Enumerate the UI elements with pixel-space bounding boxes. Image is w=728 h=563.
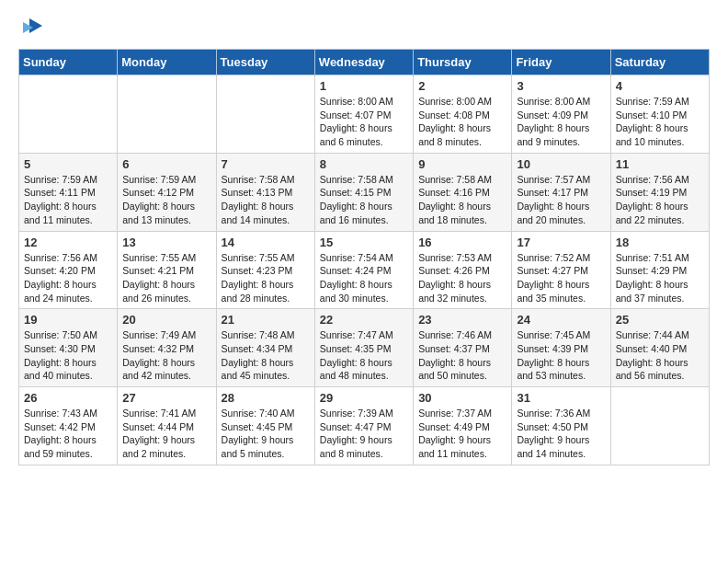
calendar-cell: 12Sunrise: 7:56 AM Sunset: 4:20 PM Dayli…: [19, 231, 118, 309]
weekday-header-friday: Friday: [512, 50, 610, 75]
calendar-cell: 20Sunrise: 7:49 AM Sunset: 4:32 PM Dayli…: [118, 309, 216, 387]
day-info: Sunrise: 7:54 AM Sunset: 4:24 PM Dayligh…: [320, 251, 408, 305]
calendar-cell: 18Sunrise: 7:51 AM Sunset: 4:29 PM Dayli…: [610, 231, 709, 309]
day-number: 11: [616, 157, 704, 171]
day-info: Sunrise: 7:41 AM Sunset: 4:44 PM Dayligh…: [122, 407, 210, 461]
day-number: 28: [222, 391, 310, 405]
calendar-cell: 14Sunrise: 7:55 AM Sunset: 4:23 PM Dayli…: [216, 231, 314, 309]
day-number: 7: [222, 157, 310, 171]
day-number: 1: [320, 79, 408, 93]
day-number: 12: [24, 236, 112, 249]
day-number: 30: [418, 391, 506, 405]
calendar-cell: 15Sunrise: 7:54 AM Sunset: 4:24 PM Dayli…: [314, 231, 413, 309]
day-info: Sunrise: 7:48 AM Sunset: 4:34 PM Dayligh…: [222, 328, 310, 383]
day-info: Sunrise: 8:00 AM Sunset: 4:07 PM Dayligh…: [320, 95, 408, 149]
calendar-cell: 17Sunrise: 7:52 AM Sunset: 4:27 PM Dayli…: [512, 231, 610, 309]
day-info: Sunrise: 7:57 AM Sunset: 4:17 PM Dayligh…: [517, 173, 605, 227]
day-info: Sunrise: 7:53 AM Sunset: 4:26 PM Dayligh…: [418, 251, 506, 305]
day-info: Sunrise: 8:00 AM Sunset: 4:08 PM Dayligh…: [418, 95, 506, 149]
day-info: Sunrise: 7:39 AM Sunset: 4:47 PM Dayligh…: [320, 407, 408, 461]
calendar-cell: 8Sunrise: 7:58 AM Sunset: 4:15 PM Daylig…: [314, 153, 413, 231]
calendar-week-5: 26Sunrise: 7:43 AM Sunset: 4:42 PM Dayli…: [19, 387, 710, 465]
calendar-week-3: 12Sunrise: 7:56 AM Sunset: 4:20 PM Dayli…: [19, 231, 710, 309]
day-number: 3: [517, 79, 605, 93]
day-number: 20: [122, 313, 210, 327]
day-number: 16: [418, 236, 506, 249]
weekday-header-wednesday: Wednesday: [314, 50, 413, 75]
day-info: Sunrise: 7:55 AM Sunset: 4:23 PM Dayligh…: [222, 251, 310, 305]
calendar-cell: 25Sunrise: 7:44 AM Sunset: 4:40 PM Dayli…: [610, 309, 709, 387]
calendar-cell: 26Sunrise: 7:43 AM Sunset: 4:42 PM Dayli…: [19, 387, 118, 465]
calendar-cell: 23Sunrise: 7:46 AM Sunset: 4:37 PM Dayli…: [414, 309, 512, 387]
day-number: 13: [122, 236, 210, 249]
day-number: 5: [24, 157, 112, 171]
day-info: Sunrise: 7:40 AM Sunset: 4:45 PM Dayligh…: [222, 407, 310, 461]
day-number: 29: [320, 391, 408, 405]
day-number: 27: [122, 391, 210, 405]
calendar-cell: 13Sunrise: 7:55 AM Sunset: 4:21 PM Dayli…: [118, 231, 216, 309]
day-info: Sunrise: 7:59 AM Sunset: 4:11 PM Dayligh…: [24, 173, 112, 227]
calendar-cell: 5Sunrise: 7:59 AM Sunset: 4:11 PM Daylig…: [19, 153, 118, 231]
day-number: 21: [222, 313, 310, 327]
day-number: 31: [517, 391, 605, 405]
logo-icon: [20, 13, 46, 39]
day-info: Sunrise: 7:44 AM Sunset: 4:40 PM Dayligh…: [616, 328, 704, 383]
day-info: Sunrise: 7:58 AM Sunset: 4:13 PM Dayligh…: [222, 173, 310, 227]
calendar-cell: 28Sunrise: 7:40 AM Sunset: 4:45 PM Dayli…: [216, 387, 314, 465]
calendar-cell: 21Sunrise: 7:48 AM Sunset: 4:34 PM Dayli…: [216, 309, 314, 387]
day-number: 10: [517, 157, 605, 171]
day-info: Sunrise: 7:37 AM Sunset: 4:49 PM Dayligh…: [418, 407, 506, 461]
day-number: 24: [517, 313, 605, 327]
day-number: 23: [418, 313, 506, 327]
day-number: 19: [24, 313, 112, 327]
weekday-header-thursday: Thursday: [414, 50, 512, 75]
weekday-header-monday: Monday: [118, 50, 216, 75]
day-number: 4: [616, 79, 704, 93]
day-number: 18: [616, 236, 704, 249]
calendar-cell: 2Sunrise: 8:00 AM Sunset: 4:08 PM Daylig…: [414, 75, 512, 154]
day-info: Sunrise: 7:47 AM Sunset: 4:35 PM Dayligh…: [320, 328, 408, 383]
calendar-week-2: 5Sunrise: 7:59 AM Sunset: 4:11 PM Daylig…: [19, 153, 710, 231]
page-header: [18, 18, 710, 40]
calendar-cell: 31Sunrise: 7:36 AM Sunset: 4:50 PM Dayli…: [512, 387, 610, 465]
day-info: Sunrise: 7:43 AM Sunset: 4:42 PM Dayligh…: [24, 407, 112, 461]
day-info: Sunrise: 7:49 AM Sunset: 4:32 PM Dayligh…: [122, 328, 210, 383]
calendar-cell: [216, 75, 314, 154]
day-number: 14: [222, 236, 310, 249]
calendar-cell: 9Sunrise: 7:58 AM Sunset: 4:16 PM Daylig…: [414, 153, 512, 231]
calendar-cell: 4Sunrise: 7:59 AM Sunset: 4:10 PM Daylig…: [610, 75, 709, 154]
day-info: Sunrise: 7:51 AM Sunset: 4:29 PM Dayligh…: [616, 251, 704, 305]
calendar-cell: 30Sunrise: 7:37 AM Sunset: 4:49 PM Dayli…: [414, 387, 512, 465]
weekday-header-sunday: Sunday: [19, 50, 118, 75]
calendar-cell: [118, 75, 216, 154]
day-number: 6: [122, 157, 210, 171]
calendar-cell: 11Sunrise: 7:56 AM Sunset: 4:19 PM Dayli…: [610, 153, 709, 231]
day-number: 22: [320, 313, 408, 327]
day-info: Sunrise: 7:46 AM Sunset: 4:37 PM Dayligh…: [418, 328, 506, 383]
day-info: Sunrise: 7:56 AM Sunset: 4:19 PM Dayligh…: [616, 173, 704, 227]
day-info: Sunrise: 7:56 AM Sunset: 4:20 PM Dayligh…: [24, 251, 112, 305]
calendar-week-1: 1Sunrise: 8:00 AM Sunset: 4:07 PM Daylig…: [19, 75, 710, 154]
calendar-cell: 6Sunrise: 7:59 AM Sunset: 4:12 PM Daylig…: [118, 153, 216, 231]
day-number: 17: [517, 236, 605, 249]
day-info: Sunrise: 7:45 AM Sunset: 4:39 PM Dayligh…: [517, 328, 605, 383]
calendar-week-4: 19Sunrise: 7:50 AM Sunset: 4:30 PM Dayli…: [19, 309, 710, 387]
day-number: 9: [418, 157, 506, 171]
day-info: Sunrise: 7:36 AM Sunset: 4:50 PM Dayligh…: [517, 407, 605, 461]
day-info: Sunrise: 7:55 AM Sunset: 4:21 PM Dayligh…: [122, 251, 210, 305]
day-info: Sunrise: 7:59 AM Sunset: 4:12 PM Dayligh…: [122, 173, 210, 227]
calendar-cell: 1Sunrise: 8:00 AM Sunset: 4:07 PM Daylig…: [314, 75, 413, 154]
svg-marker-0: [29, 18, 42, 33]
calendar-cell: 22Sunrise: 7:47 AM Sunset: 4:35 PM Dayli…: [314, 309, 413, 387]
calendar-cell: 10Sunrise: 7:57 AM Sunset: 4:17 PM Dayli…: [512, 153, 610, 231]
day-number: 8: [320, 157, 408, 171]
calendar-cell: 24Sunrise: 7:45 AM Sunset: 4:39 PM Dayli…: [512, 309, 610, 387]
day-info: Sunrise: 7:58 AM Sunset: 4:15 PM Dayligh…: [320, 173, 408, 227]
weekday-header-tuesday: Tuesday: [216, 50, 314, 75]
weekday-header-saturday: Saturday: [610, 50, 709, 75]
logo: [18, 18, 46, 40]
day-number: 26: [24, 391, 112, 405]
calendar-cell: 27Sunrise: 7:41 AM Sunset: 4:44 PM Dayli…: [118, 387, 216, 465]
day-info: Sunrise: 8:00 AM Sunset: 4:09 PM Dayligh…: [517, 95, 605, 149]
day-info: Sunrise: 7:58 AM Sunset: 4:16 PM Dayligh…: [418, 173, 506, 227]
